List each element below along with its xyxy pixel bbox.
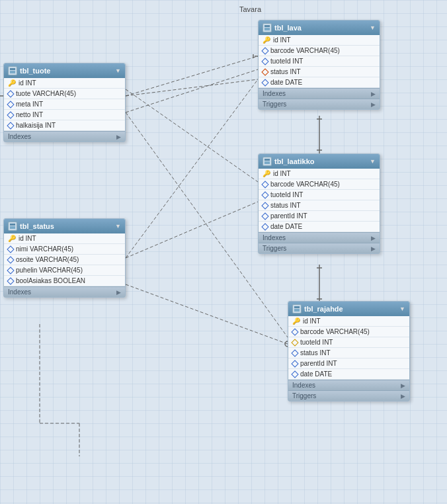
key-icon: 🔑 (8, 235, 16, 242)
key-icon: 🔑 (8, 79, 16, 87)
field-row: parentId INT (259, 211, 380, 222)
svg-line-12 (126, 284, 288, 344)
triggers-section[interactable]: Triggers ▶ (259, 99, 380, 109)
schema-label: Tavara (239, 5, 261, 13)
canvas: Tavara (0, 0, 447, 504)
diamond-icon (7, 101, 14, 108)
expand-arrow: ▶ (401, 382, 405, 389)
indexes-section[interactable]: Indexes ▶ (4, 286, 125, 297)
diamond-icon (291, 370, 298, 378)
indexes-section[interactable]: Indexes ▶ (4, 131, 125, 142)
svg-line-0 (126, 56, 258, 96)
field-text: nimi VARCHAR(45) (16, 245, 73, 253)
field-text: id INT (273, 36, 291, 44)
dropdown-arrow[interactable]: ▼ (370, 158, 376, 165)
field-text: status INT (270, 202, 301, 209)
field-text: tuote VARCHAR(45) (16, 90, 76, 97)
triggers-label: Triggers (263, 101, 286, 108)
field-text: tuoteId INT (300, 339, 333, 346)
field-row: tuoteId INT (259, 190, 380, 200)
diamond-icon (261, 191, 268, 198)
field-text: status INT (300, 349, 331, 357)
diamond-icon (261, 181, 268, 188)
field-text: date DATE (300, 370, 332, 378)
field-text: tuoteId INT (270, 58, 303, 65)
field-row: status INT (259, 67, 380, 77)
diamond-icon (261, 68, 268, 75)
indexes-label: Indexes (292, 382, 315, 389)
field-text: boolAsiakas BOOLEAN (16, 277, 85, 284)
dropdown-arrow[interactable]: ▼ (370, 24, 376, 31)
table-header-tbl-tuote[interactable]: tbl_tuote ▼ (4, 63, 125, 78)
diamond-icon (261, 58, 268, 65)
field-row: tuote VARCHAR(45) (4, 89, 125, 99)
field-row: puhelin VARCHAR(45) (4, 265, 125, 276)
diamond-icon (291, 360, 298, 367)
field-text: date DATE (270, 79, 302, 86)
table-tbl-status: tbl_status ▼ 🔑 id INT nimi VARCHAR(45) o… (3, 218, 126, 298)
svg-line-5 (126, 202, 258, 258)
table-name-tbl-rajahde: tbl_rajahde (304, 305, 343, 313)
expand-arrow: ▶ (371, 91, 376, 97)
svg-rect-25 (10, 224, 15, 226)
svg-line-2 (126, 79, 258, 96)
indexes-section[interactable]: Indexes ▶ (288, 380, 409, 390)
field-text: barcode VARCHAR(45) (270, 47, 340, 54)
field-text: id INT (19, 79, 36, 87)
table-name-tbl-laatikko: tbl_laatikko (274, 157, 315, 165)
expand-arrow: ▶ (371, 235, 376, 241)
table-header-tbl-lava[interactable]: tbl_lava ▼ (259, 21, 380, 35)
dropdown-arrow[interactable]: ▼ (115, 223, 121, 230)
field-row: nimi VARCHAR(45) (4, 244, 125, 255)
field-row: 🔑 id INT (259, 169, 380, 179)
table-name-tbl-tuote: tbl_tuote (20, 67, 50, 75)
diamond-icon (261, 47, 268, 54)
table-header-tbl-rajahde[interactable]: tbl_rajahde ▼ (288, 302, 409, 316)
dropdown-arrow[interactable]: ▼ (399, 306, 405, 312)
diamond-icon (261, 212, 268, 220)
table-name-tbl-status: tbl_status (20, 222, 54, 230)
triggers-label: Triggers (263, 245, 286, 252)
diamond-icon (7, 256, 14, 263)
triggers-section[interactable]: Triggers ▶ (259, 243, 380, 253)
field-text: meta INT (16, 101, 43, 108)
field-row: barcode VARCHAR(45) (288, 327, 409, 337)
indexes-section[interactable]: Indexes ▶ (259, 232, 380, 243)
triggers-section[interactable]: Triggers ▶ (288, 390, 409, 401)
diamond-icon (291, 328, 298, 335)
table-header-tbl-laatikko[interactable]: tbl_laatikko ▼ (259, 154, 380, 169)
svg-rect-23 (10, 68, 15, 70)
field-row: tuoteId INT (259, 56, 380, 67)
field-text: status INT (270, 68, 301, 75)
field-row: tuoteId INT (288, 337, 409, 348)
diamond-icon (7, 267, 14, 274)
expand-arrow: ▶ (401, 393, 405, 399)
indexes-section[interactable]: Indexes ▶ (259, 88, 380, 99)
field-text: puhelin VARCHAR(45) (16, 267, 83, 274)
table-tbl-laatikko: tbl_laatikko ▼ 🔑 id INT barcode VARCHAR(… (258, 153, 380, 254)
indexes-label: Indexes (8, 288, 31, 296)
diamond-icon (291, 349, 298, 357)
expand-arrow: ▶ (371, 245, 376, 252)
dropdown-arrow[interactable]: ▼ (115, 67, 121, 74)
field-text: barcode VARCHAR(45) (300, 328, 370, 335)
field-row: date DATE (259, 77, 380, 88)
diamond-icon (261, 202, 268, 209)
field-row: barcode VARCHAR(45) (259, 46, 380, 56)
table-icon (292, 304, 302, 314)
expand-arrow: ▶ (116, 289, 121, 296)
field-row: 🔑 id INT (259, 35, 380, 46)
field-text: parentId INT (300, 360, 337, 367)
table-header-tbl-status[interactable]: tbl_status ▼ (4, 219, 125, 233)
key-icon: 🔑 (292, 317, 300, 325)
field-text: halkaisija INT (16, 122, 56, 129)
field-text: parentId INT (270, 212, 307, 220)
key-icon: 🔑 (263, 170, 270, 177)
field-text: netto INT (16, 111, 43, 118)
svg-line-1 (126, 69, 258, 112)
diamond-icon (7, 90, 14, 97)
field-row: halkaisija INT (4, 120, 125, 131)
table-name-tbl-lava: tbl_lava (274, 24, 302, 32)
svg-rect-29 (294, 306, 300, 308)
field-text: barcode VARCHAR(45) (270, 181, 340, 188)
